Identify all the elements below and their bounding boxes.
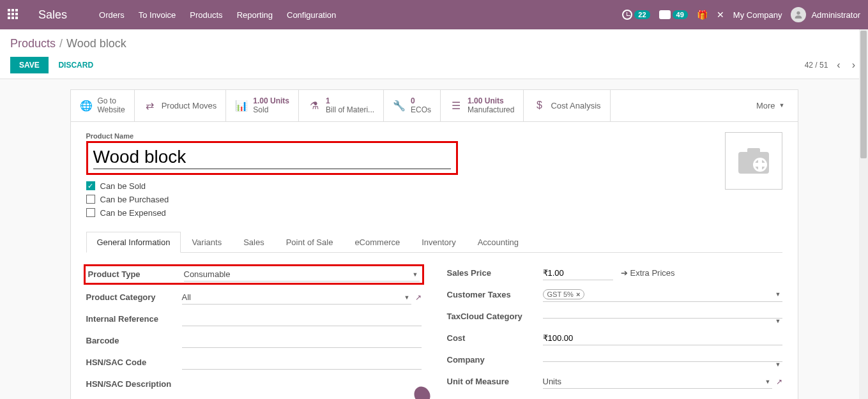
stat-bom[interactable]: ⚗ 1Bill of Materi... — [299, 90, 384, 121]
tab-content: Product Type Consumable ▼ Product Catego… — [86, 253, 782, 399]
topbar-right: 22 49 🎁 ✕ My Company Administrator — [622, 7, 860, 22]
save-button[interactable]: SAVE — [10, 57, 49, 73]
nav-orders[interactable]: Orders — [99, 10, 125, 20]
tab-accounting[interactable]: Accounting — [467, 232, 529, 252]
external-link-icon[interactable]: ↗ — [776, 377, 782, 386]
pager-prev-icon[interactable]: ‹ — [834, 58, 842, 72]
app-title[interactable]: Sales — [38, 8, 67, 22]
avatar-icon — [791, 7, 806, 22]
apps-icon[interactable] — [8, 9, 19, 20]
customer-taxes-select[interactable]: GST 5%× — [543, 287, 782, 302]
svg-rect-2 — [747, 148, 760, 154]
can-be-sold-checkbox[interactable] — [86, 181, 95, 190]
exchange-icon: ⇄ — [144, 100, 156, 112]
breadcrumb-products[interactable]: Products — [10, 37, 56, 50]
tab-general-information[interactable]: General Information — [86, 232, 181, 253]
product-name-label: Product Name — [86, 132, 712, 140]
product-type-row: Product Type Consumable ▼ — [84, 264, 424, 285]
gift-icon[interactable]: 🎁 — [697, 10, 708, 20]
barcode-input[interactable] — [182, 334, 422, 348]
nav-menu: Orders To Invoice Products Reporting Con… — [99, 10, 622, 20]
messages-button[interactable]: 49 — [659, 10, 688, 19]
product-category-select[interactable]: All — [182, 290, 411, 305]
can-be-expensed-checkbox[interactable] — [86, 208, 95, 217]
caret-down-icon: ▼ — [775, 361, 781, 368]
company-switcher[interactable]: My Company — [733, 10, 782, 20]
tab-inventory[interactable]: Inventory — [411, 232, 466, 252]
dollar-icon: $ — [533, 100, 545, 111]
breadcrumb-separator: / — [59, 37, 63, 50]
hsn-desc-row: HSN/SAC Description — [86, 377, 422, 392]
scrollbar-thumb[interactable] — [860, 31, 867, 158]
stat-cost-analysis[interactable]: $ Cost Analysis — [524, 90, 610, 121]
uom-row: Unit of Measure Units ▼ ↗ — [447, 374, 782, 389]
pager-next-icon[interactable]: › — [849, 58, 858, 72]
can-be-expensed-label: Can be Expensed — [100, 208, 166, 218]
activities-button[interactable]: 22 — [622, 10, 650, 20]
uom-select[interactable]: Units — [543, 375, 772, 389]
form-sheet: Product Name Can be Sold Can be Purchase… — [71, 122, 798, 399]
tab-point-of-sale[interactable]: Point of Sale — [275, 232, 344, 252]
barcode-label: Barcode — [86, 336, 182, 345]
tabs: General Information Variants Sales Point… — [86, 232, 782, 253]
hsn-code-input[interactable] — [182, 356, 422, 370]
hsn-desc-label: HSN/SAC Description — [86, 379, 182, 389]
discard-button[interactable]: DISCARD — [50, 57, 101, 73]
taxcloud-select[interactable] — [543, 314, 782, 319]
hsn-code-label: HSN/SAC Code — [86, 358, 182, 367]
form-view: 🌐 Go to Website ⇄ Product Moves 📊 1.00 U… — [70, 89, 798, 399]
nav-configuration[interactable]: Configuration — [287, 10, 336, 20]
product-name-input[interactable] — [93, 146, 451, 169]
internal-reference-input[interactable] — [182, 312, 422, 326]
flask-icon: ⚗ — [308, 100, 321, 112]
external-link-icon[interactable]: ↗ — [415, 293, 422, 302]
product-category-row: Product Category All ▼ ↗ — [86, 290, 422, 305]
pager-text[interactable]: 42 / 51 — [805, 61, 828, 70]
caret-down-icon: ▼ — [775, 318, 781, 324]
wrench-icon[interactable]: ✕ — [717, 10, 724, 20]
stat-manufactured[interactable]: ☰ 1.00 UnitsManufactured — [441, 90, 524, 121]
can-be-sold-label: Can be Sold — [100, 181, 146, 191]
activity-count: 22 — [634, 10, 650, 19]
tab-variants[interactable]: Variants — [181, 232, 232, 252]
internal-reference-row: Internal Reference — [86, 312, 422, 327]
svg-rect-6 — [755, 163, 765, 167]
cost-input[interactable] — [543, 331, 782, 345]
product-category-label: Product Category — [86, 292, 182, 302]
extra-prices-button[interactable]: ➔Extra Prices — [621, 268, 675, 278]
nav-to-invoice[interactable]: To Invoice — [139, 10, 176, 20]
scrollbar[interactable] — [859, 29, 868, 399]
stat-product-moves[interactable]: ⇄ Product Moves — [135, 90, 227, 121]
sales-price-row: Sales Price ➔Extra Prices — [447, 266, 782, 281]
user-name: Administrator — [811, 10, 860, 20]
product-type-select[interactable]: Consumable — [184, 267, 420, 282]
company-select[interactable] — [543, 358, 782, 362]
product-image-upload[interactable] — [725, 132, 782, 190]
tax-tag: GST 5%× — [543, 289, 585, 299]
taxcloud-row: TaxCloud Category ▼ — [447, 309, 782, 324]
uom-label: Unit of Measure — [447, 377, 543, 386]
action-bar: SAVE DISCARD 42 / 51 ‹ › — [10, 57, 858, 73]
caret-down-icon: ▼ — [779, 102, 785, 109]
can-be-purchased-row: Can be Purchased — [86, 195, 712, 204]
customer-taxes-row: Customer Taxes GST 5%× ▼ — [447, 287, 782, 303]
purchase-uom-select[interactable]: Units — [543, 396, 772, 399]
can-be-sold-row: Can be Sold — [86, 181, 712, 191]
tab-ecommerce[interactable]: eCommerce — [344, 232, 411, 252]
stat-website[interactable]: 🌐 Go to Website — [71, 90, 135, 121]
stat-sold[interactable]: 📊 1.00 UnitsSold — [226, 90, 299, 121]
nav-products[interactable]: Products — [190, 10, 222, 20]
breadcrumb-current: Wood block — [66, 37, 126, 50]
bars-icon: 📊 — [235, 100, 248, 112]
can-be-purchased-label: Can be Purchased — [100, 195, 169, 204]
nav-reporting[interactable]: Reporting — [237, 10, 273, 20]
user-menu[interactable]: Administrator — [791, 7, 860, 22]
tab-sales[interactable]: Sales — [232, 232, 275, 252]
stat-more[interactable]: More ▼ — [743, 90, 798, 121]
can-be-purchased-checkbox[interactable] — [86, 195, 95, 204]
message-count: 49 — [673, 10, 688, 19]
stat-ecos[interactable]: 🔧 0ECOs — [384, 90, 441, 121]
sales-price-input[interactable] — [543, 266, 613, 280]
tag-remove-icon[interactable]: × — [576, 290, 580, 298]
svg-point-0 — [797, 11, 800, 15]
